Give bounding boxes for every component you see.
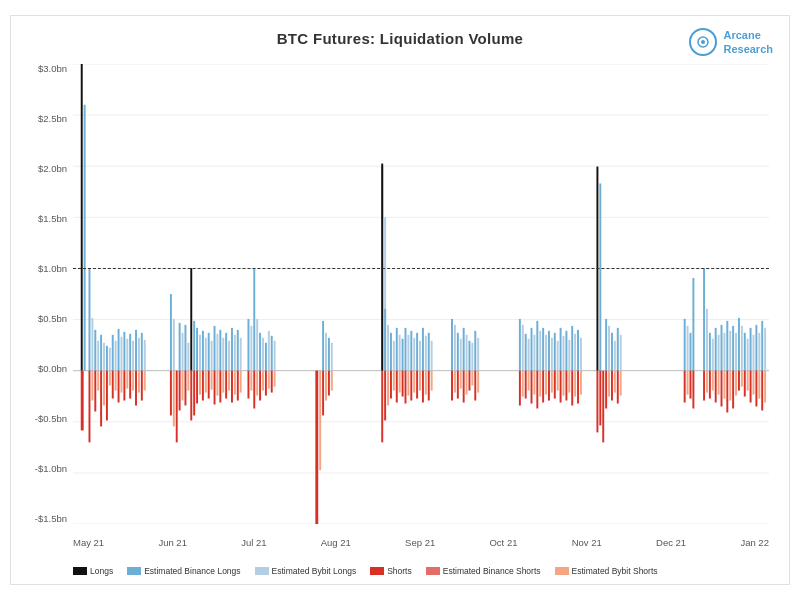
svg-rect-243 — [222, 338, 224, 371]
svg-rect-35 — [176, 371, 178, 443]
svg-rect-86 — [390, 333, 392, 371]
svg-rect-150 — [684, 371, 686, 403]
svg-rect-143 — [614, 341, 616, 371]
svg-rect-264 — [413, 371, 415, 393]
svg-rect-53 — [253, 371, 255, 409]
svg-rect-251 — [234, 335, 236, 371]
svg-rect-211 — [126, 339, 128, 371]
svg-rect-167 — [718, 335, 720, 371]
svg-rect-276 — [431, 371, 433, 391]
svg-rect-81 — [381, 371, 383, 443]
svg-rect-234 — [208, 371, 210, 399]
svg-rect-52 — [253, 268, 255, 371]
svg-rect-261 — [410, 331, 412, 371]
svg-rect-33 — [173, 319, 175, 371]
svg-rect-49 — [247, 371, 249, 399]
svg-rect-245 — [225, 333, 227, 371]
svg-rect-107 — [466, 371, 468, 395]
svg-rect-106 — [466, 335, 468, 371]
svg-rect-185 — [744, 333, 746, 371]
svg-rect-266 — [416, 371, 418, 399]
svg-rect-141 — [611, 333, 613, 371]
x-label-oct21: Oct 21 — [489, 537, 517, 548]
svg-rect-192 — [753, 371, 755, 395]
svg-rect-162 — [709, 371, 711, 399]
x-label-aug21: Aug 21 — [321, 537, 351, 548]
svg-rect-130 — [539, 331, 541, 371]
svg-rect-131 — [539, 371, 541, 397]
y-label-25bn: $2.5bn — [38, 114, 67, 124]
svg-rect-54 — [256, 319, 258, 371]
arcane-circle-icon — [689, 28, 717, 56]
svg-rect-267 — [419, 341, 421, 371]
svg-rect-273 — [428, 333, 430, 371]
svg-rect-188 — [747, 371, 749, 391]
svg-rect-34 — [173, 371, 175, 427]
x-label-may21: May 21 — [73, 537, 104, 548]
svg-rect-260 — [407, 371, 409, 396]
svg-rect-100 — [457, 333, 459, 371]
y-axis: $3.0bn $2.5bn $2.0bn $1.5bn $1.0bn $0.5b… — [11, 64, 73, 524]
x-label-sep21: Sep 21 — [405, 537, 435, 548]
svg-rect-209 — [123, 332, 125, 371]
svg-rect-45 — [190, 371, 192, 421]
svg-rect-213 — [129, 334, 131, 371]
svg-rect-285 — [554, 333, 556, 371]
svg-rect-165 — [715, 328, 717, 371]
svg-rect-225 — [196, 328, 198, 371]
svg-rect-228 — [199, 371, 201, 395]
svg-rect-159 — [706, 309, 708, 371]
svg-rect-129 — [536, 371, 538, 409]
svg-rect-292 — [563, 371, 565, 396]
svg-rect-279 — [545, 335, 547, 371]
svg-rect-39 — [182, 371, 184, 401]
svg-rect-88 — [393, 341, 395, 371]
svg-rect-123 — [528, 371, 530, 391]
svg-rect-180 — [735, 371, 737, 396]
svg-rect-38 — [182, 333, 184, 371]
svg-rect-128 — [536, 321, 538, 371]
svg-rect-120 — [525, 334, 527, 371]
svg-rect-304 — [580, 371, 582, 395]
svg-rect-42 — [187, 343, 189, 371]
chart-area — [73, 64, 769, 524]
svg-rect-154 — [690, 371, 692, 399]
svg-rect-175 — [729, 331, 731, 371]
x-label-dec21: Dec 21 — [656, 537, 686, 548]
svg-rect-191 — [753, 335, 755, 371]
svg-rect-108 — [468, 341, 470, 371]
svg-rect-87 — [390, 371, 392, 399]
svg-rect-103 — [460, 371, 462, 389]
svg-rect-280 — [545, 371, 547, 395]
svg-rect-270 — [422, 371, 424, 403]
svg-rect-208 — [120, 371, 122, 393]
svg-rect-197 — [761, 321, 763, 371]
svg-rect-236 — [211, 371, 213, 390]
svg-rect-147 — [620, 335, 622, 371]
svg-rect-242 — [219, 371, 221, 403]
chart-legend: Longs Estimated Binance Longs Estimated … — [73, 566, 769, 576]
svg-rect-15 — [89, 268, 91, 371]
svg-rect-288 — [557, 371, 559, 391]
svg-rect-161 — [709, 333, 711, 371]
svg-rect-144 — [614, 371, 616, 393]
svg-rect-199 — [764, 328, 766, 371]
svg-rect-247 — [228, 341, 230, 371]
svg-rect-109 — [468, 371, 470, 391]
y-label-05bn: $0.5bn — [38, 314, 67, 324]
svg-rect-76 — [331, 343, 333, 371]
svg-rect-113 — [474, 371, 476, 401]
svg-rect-98 — [454, 325, 456, 371]
x-label-jun21: Jun 21 — [158, 537, 187, 548]
svg-rect-290 — [560, 371, 562, 403]
svg-rect-104 — [463, 328, 465, 371]
svg-rect-93 — [399, 371, 401, 393]
svg-rect-291 — [563, 336, 565, 371]
svg-rect-137 — [605, 319, 607, 371]
x-label-jul21: Jul 21 — [241, 537, 266, 548]
svg-point-1 — [701, 40, 705, 44]
y-label-neg05bn: -$0.5bn — [35, 414, 67, 424]
svg-rect-142 — [611, 371, 613, 401]
svg-rect-41 — [184, 371, 186, 406]
svg-rect-51 — [250, 371, 252, 391]
